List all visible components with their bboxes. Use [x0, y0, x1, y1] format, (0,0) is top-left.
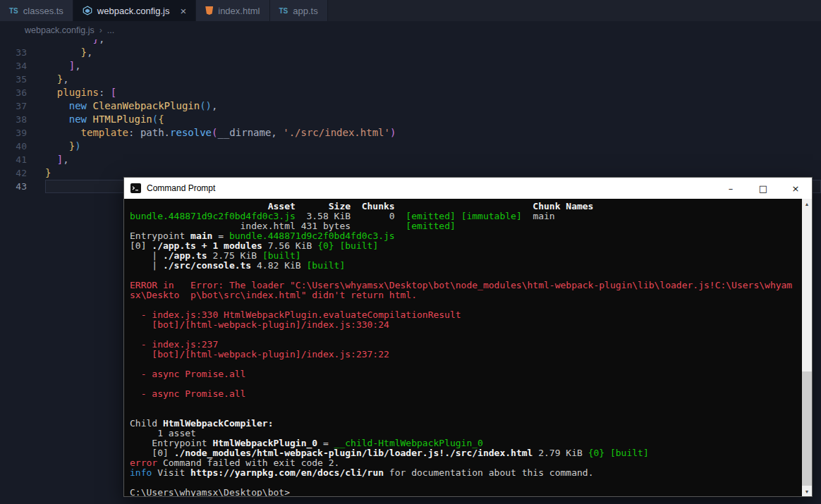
terminal-output[interactable]: Asset Size Chunks Chunk Namesbundle.4488…: [124, 199, 802, 496]
code-line: 40 }): [0, 140, 821, 153]
code-text: [27, 180, 45, 193]
terminal-line: index.html 431 bytes [emitted]: [130, 221, 802, 231]
line-number: 42: [0, 166, 27, 180]
code-text: },: [27, 46, 92, 59]
code-text: ],: [27, 153, 69, 166]
code-text: ],: [27, 59, 81, 73]
terminal-line: [bot]/[html-webpack-plugin]/index.js:330…: [130, 320, 802, 330]
terminal-line: bundle.448871d9c2f0bd4fd0c3.js 3.58 KiB …: [130, 211, 802, 221]
terminal-line: Entrypoint main = bundle.448871d9c2f0bd4…: [130, 231, 802, 241]
terminal-line: [130, 478, 802, 488]
code-line: 33 },: [0, 46, 821, 59]
terminal-line: - index.js:330 HtmlWebpackPlugin.evaluat…: [130, 310, 802, 320]
code-text: },: [27, 39, 104, 46]
maximize-button[interactable]: □: [747, 178, 779, 199]
terminal-line: [130, 330, 802, 340]
terminal-line: ERROR in Error: The loader "C:\Users\why…: [130, 281, 802, 290]
terminal-line: info Visit https://yarnpkg.com/en/docs/c…: [130, 468, 802, 478]
line-number: 33: [0, 46, 27, 59]
terminal-line: | ./app.ts 2.75 KiB [built]: [130, 251, 802, 261]
tab-label: app.ts: [293, 6, 317, 16]
terminal-line: C:\Users\whyamsx\Desktop\bot>: [130, 488, 802, 496]
tab-classes-ts[interactable]: TSclasses.ts: [0, 0, 73, 21]
line-number: 43: [0, 180, 27, 193]
terminal-line: | ./src/console.ts 4.82 KiB [built]: [130, 261, 802, 271]
code-text: }: [27, 166, 51, 180]
scroll-up-icon[interactable]: ▲: [802, 199, 812, 209]
line-number: 40: [0, 140, 27, 153]
cmd-icon: [130, 183, 141, 193]
tab-app-ts[interactable]: TSapp.ts: [270, 0, 328, 21]
terminal-line: [130, 409, 802, 419]
code-text: }): [27, 140, 81, 153]
html-icon: [205, 6, 213, 15]
line-number: 34: [0, 59, 27, 73]
terminal-line: [0] ./node_modules/html-webpack-plugin/l…: [130, 448, 802, 458]
terminal-line: Entrypoint HtmlWebpackPlugin_0 = __child…: [130, 438, 802, 448]
code-line: 39 template: path.resolve(__dirname, './…: [0, 126, 821, 140]
terminal-line: [130, 379, 802, 389]
terminal-line: [130, 399, 802, 409]
line-number: 35: [0, 73, 27, 86]
code-line: 34 ],: [0, 59, 821, 73]
webpack-icon: [10, 25, 20, 35]
line-number: [0, 39, 27, 46]
terminal-line: [130, 271, 802, 281]
code-line: 37 new CleanWebpackPlugin(),: [0, 99, 821, 113]
editor-tab-bar: TSclasses.tswebpack.config.js×index.html…: [0, 0, 821, 21]
tab-label: webpack.config.js: [97, 6, 170, 16]
ts-icon: TS: [9, 7, 18, 15]
terminal-line: [bot]/[html-webpack-plugin]/index.js:237…: [130, 350, 802, 359]
terminal-window: Command Prompt – □ × Asset Size Chunks C…: [123, 177, 813, 497]
terminal-line: - async Promise.all: [130, 369, 802, 379]
line-number: 39: [0, 126, 27, 140]
code-text: },: [27, 73, 69, 86]
code-text: new CleanWebpackPlugin(),: [27, 99, 217, 113]
tab-index-html[interactable]: index.html: [196, 0, 269, 21]
line-number: 41: [0, 153, 27, 166]
code-line: 35 },: [0, 73, 821, 86]
window-controls: – □ ×: [714, 178, 812, 199]
breadcrumb-file[interactable]: webpack.config.js: [25, 25, 95, 35]
terminal-line: Child HtmlWebpackCompiler:: [130, 419, 802, 429]
code-text: template: path.resolve(__dirname, './src…: [27, 126, 396, 140]
terminal-line: - async Promise.all: [130, 389, 802, 399]
code-line: 38 new HTMLPlugin({: [0, 113, 821, 126]
line-number: 36: [0, 86, 27, 99]
terminal-line: [130, 359, 802, 369]
breadcrumb: webpack.config.js › ...: [0, 21, 821, 39]
webpack-icon: [83, 6, 92, 16]
minimize-button[interactable]: –: [714, 178, 747, 199]
tab-webpack-config-js[interactable]: webpack.config.js×: [73, 0, 196, 21]
ts-icon: TS: [279, 7, 288, 15]
terminal-line: Asset Size Chunks Chunk Names: [130, 202, 802, 211]
code-line: 36 plugins: [: [0, 86, 821, 99]
terminal-line: error Command failed with exit code 2.: [130, 458, 802, 468]
terminal-line: sx\Deskto p\bot\src\index.html" didn't r…: [130, 290, 802, 300]
terminal-line: 1 asset: [130, 429, 802, 438]
code-text: plugins: [: [27, 86, 116, 99]
close-tab-icon[interactable]: ×: [180, 6, 186, 16]
code-line: 41 ],: [0, 153, 821, 166]
line-number: 37: [0, 99, 27, 113]
terminal-scrollbar[interactable]: ▲ ▼: [802, 199, 812, 496]
terminal-line: [0] ./app.ts + 1 modules 7.56 KiB {0} [b…: [130, 241, 802, 251]
breadcrumb-ellipsis[interactable]: ...: [107, 25, 114, 35]
terminal-title: Command Prompt: [147, 183, 215, 193]
code-line: },: [0, 39, 821, 46]
terminal-line: [130, 300, 802, 310]
scroll-down-icon[interactable]: ▼: [802, 486, 812, 496]
tab-label: classes.ts: [23, 6, 63, 16]
close-button[interactable]: ×: [779, 178, 812, 199]
terminal-title-bar[interactable]: Command Prompt – □ ×: [124, 178, 812, 199]
scrollbar-thumb[interactable]: [802, 371, 812, 486]
breadcrumb-separator-icon: ›: [99, 25, 102, 35]
code-text: new HTMLPlugin({: [27, 113, 164, 126]
tab-label: index.html: [218, 6, 260, 16]
terminal-line: - index.js:237: [130, 340, 802, 350]
line-number: 38: [0, 113, 27, 126]
vscode-window: TSclasses.tswebpack.config.js×index.html…: [0, 0, 821, 504]
